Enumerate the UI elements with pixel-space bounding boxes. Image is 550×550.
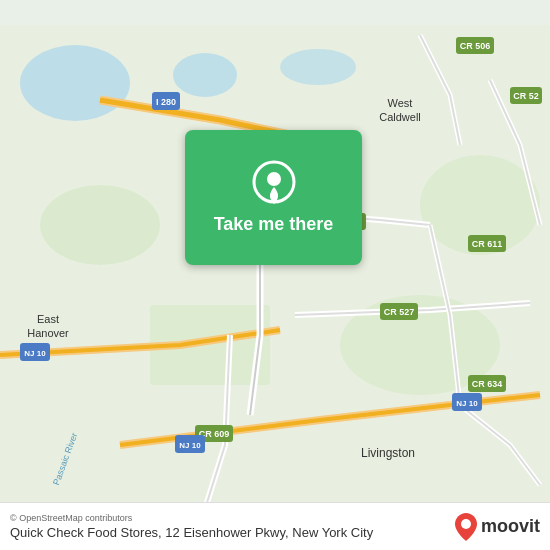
take-me-there-button[interactable]: Take me there (185, 130, 362, 265)
svg-point-9 (173, 53, 237, 97)
bottom-left: © OpenStreetMap contributors Quick Check… (10, 513, 373, 540)
svg-text:CR 527: CR 527 (384, 307, 415, 317)
map-svg: I 280 CR 506 632 CR 613 CR 52 CR 611 CR … (0, 0, 550, 550)
svg-point-8 (20, 45, 130, 121)
svg-text:East: East (37, 313, 59, 325)
svg-text:I 280: I 280 (156, 97, 176, 107)
svg-text:Hanover: Hanover (27, 327, 69, 339)
svg-text:NJ 10: NJ 10 (456, 399, 478, 408)
svg-text:NJ 10: NJ 10 (179, 441, 201, 450)
bottom-bar: © OpenStreetMap contributors Quick Check… (0, 502, 550, 550)
store-info: Quick Check Food Stores, 12 Eisenhower P… (10, 525, 373, 540)
cta-label: Take me there (214, 214, 334, 235)
svg-text:West: West (388, 97, 413, 109)
svg-text:NJ 10: NJ 10 (24, 349, 46, 358)
svg-text:Caldwell: Caldwell (379, 111, 421, 123)
svg-point-4 (40, 185, 160, 265)
moovit-pin-icon (455, 513, 477, 541)
svg-text:CR 52: CR 52 (513, 91, 539, 101)
svg-text:CR 611: CR 611 (472, 239, 503, 249)
svg-point-10 (280, 49, 356, 85)
svg-point-43 (461, 519, 471, 529)
moovit-logo: moovit (455, 513, 540, 541)
svg-text:Livingston: Livingston (361, 446, 415, 460)
svg-text:CR 634: CR 634 (472, 379, 503, 389)
moovit-text: moovit (481, 516, 540, 537)
location-pin-icon (252, 160, 296, 204)
svg-point-42 (267, 172, 281, 186)
attribution-text: © OpenStreetMap contributors (10, 513, 373, 523)
svg-text:CR 506: CR 506 (460, 41, 491, 51)
map-container: I 280 CR 506 632 CR 613 CR 52 CR 611 CR … (0, 0, 550, 550)
